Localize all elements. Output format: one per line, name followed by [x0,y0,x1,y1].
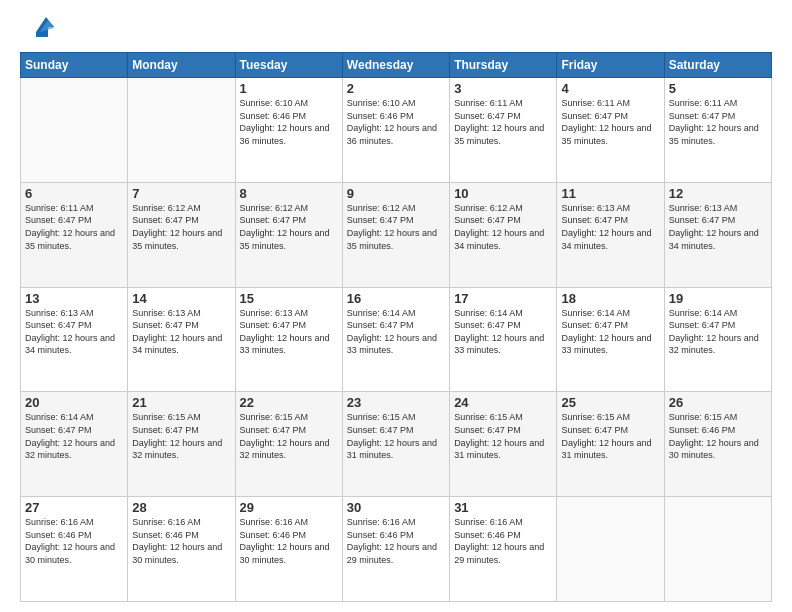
day-info: Sunrise: 6:10 AMSunset: 6:46 PMDaylight:… [347,97,445,147]
sunset-text: Sunset: 6:47 PM [454,110,552,123]
day-info: Sunrise: 6:11 AMSunset: 6:47 PMDaylight:… [454,97,552,147]
day-number: 23 [347,395,445,410]
calendar-cell: 10Sunrise: 6:12 AMSunset: 6:47 PMDayligh… [450,182,557,287]
day-info: Sunrise: 6:12 AMSunset: 6:47 PMDaylight:… [454,202,552,252]
sunset-text: Sunset: 6:47 PM [240,319,338,332]
sunset-text: Sunset: 6:46 PM [240,110,338,123]
sunset-text: Sunset: 6:47 PM [669,319,767,332]
calendar-day-header: Monday [128,53,235,78]
daylight-text: Daylight: 12 hours and 35 minutes. [132,227,230,252]
calendar-cell: 5Sunrise: 6:11 AMSunset: 6:47 PMDaylight… [664,78,771,183]
sunrise-text: Sunrise: 6:13 AM [25,307,123,320]
calendar-cell: 1Sunrise: 6:10 AMSunset: 6:46 PMDaylight… [235,78,342,183]
daylight-text: Daylight: 12 hours and 35 minutes. [669,122,767,147]
daylight-text: Daylight: 12 hours and 34 minutes. [454,227,552,252]
day-info: Sunrise: 6:14 AMSunset: 6:47 PMDaylight:… [347,307,445,357]
day-info: Sunrise: 6:11 AMSunset: 6:47 PMDaylight:… [561,97,659,147]
page: SundayMondayTuesdayWednesdayThursdayFrid… [0,0,792,612]
daylight-text: Daylight: 12 hours and 31 minutes. [347,437,445,462]
daylight-text: Daylight: 12 hours and 36 minutes. [347,122,445,147]
header [20,16,772,42]
day-number: 9 [347,186,445,201]
day-info: Sunrise: 6:14 AMSunset: 6:47 PMDaylight:… [669,307,767,357]
sunrise-text: Sunrise: 6:15 AM [669,411,767,424]
day-number: 21 [132,395,230,410]
day-number: 25 [561,395,659,410]
sunrise-text: Sunrise: 6:16 AM [25,516,123,529]
calendar-week-row: 20Sunrise: 6:14 AMSunset: 6:47 PMDayligh… [21,392,772,497]
sunrise-text: Sunrise: 6:15 AM [347,411,445,424]
day-info: Sunrise: 6:16 AMSunset: 6:46 PMDaylight:… [132,516,230,566]
sunset-text: Sunset: 6:47 PM [347,319,445,332]
day-number: 29 [240,500,338,515]
calendar-cell: 2Sunrise: 6:10 AMSunset: 6:46 PMDaylight… [342,78,449,183]
daylight-text: Daylight: 12 hours and 31 minutes. [454,437,552,462]
day-info: Sunrise: 6:15 AMSunset: 6:47 PMDaylight:… [240,411,338,461]
calendar-week-row: 27Sunrise: 6:16 AMSunset: 6:46 PMDayligh… [21,497,772,602]
day-info: Sunrise: 6:16 AMSunset: 6:46 PMDaylight:… [25,516,123,566]
daylight-text: Daylight: 12 hours and 35 minutes. [347,227,445,252]
calendar-cell [128,78,235,183]
calendar-cell: 28Sunrise: 6:16 AMSunset: 6:46 PMDayligh… [128,497,235,602]
day-info: Sunrise: 6:11 AMSunset: 6:47 PMDaylight:… [669,97,767,147]
calendar-cell: 29Sunrise: 6:16 AMSunset: 6:46 PMDayligh… [235,497,342,602]
sunset-text: Sunset: 6:47 PM [561,214,659,227]
daylight-text: Daylight: 12 hours and 29 minutes. [454,541,552,566]
daylight-text: Daylight: 12 hours and 35 minutes. [25,227,123,252]
sunset-text: Sunset: 6:46 PM [454,529,552,542]
calendar-day-header: Tuesday [235,53,342,78]
day-info: Sunrise: 6:12 AMSunset: 6:47 PMDaylight:… [132,202,230,252]
daylight-text: Daylight: 12 hours and 30 minutes. [669,437,767,462]
day-number: 12 [669,186,767,201]
sunrise-text: Sunrise: 6:13 AM [132,307,230,320]
day-number: 14 [132,291,230,306]
daylight-text: Daylight: 12 hours and 32 minutes. [240,437,338,462]
day-number: 11 [561,186,659,201]
calendar-cell: 9Sunrise: 6:12 AMSunset: 6:47 PMDaylight… [342,182,449,287]
calendar-cell: 7Sunrise: 6:12 AMSunset: 6:47 PMDaylight… [128,182,235,287]
day-number: 2 [347,81,445,96]
daylight-text: Daylight: 12 hours and 33 minutes. [347,332,445,357]
day-number: 27 [25,500,123,515]
sunrise-text: Sunrise: 6:11 AM [669,97,767,110]
day-info: Sunrise: 6:14 AMSunset: 6:47 PMDaylight:… [454,307,552,357]
daylight-text: Daylight: 12 hours and 31 minutes. [561,437,659,462]
sunrise-text: Sunrise: 6:10 AM [347,97,445,110]
sunrise-text: Sunrise: 6:14 AM [347,307,445,320]
sunrise-text: Sunrise: 6:14 AM [669,307,767,320]
calendar-header-row: SundayMondayTuesdayWednesdayThursdayFrid… [21,53,772,78]
day-number: 7 [132,186,230,201]
day-info: Sunrise: 6:16 AMSunset: 6:46 PMDaylight:… [347,516,445,566]
sunrise-text: Sunrise: 6:14 AM [454,307,552,320]
sunrise-text: Sunrise: 6:13 AM [561,202,659,215]
sunset-text: Sunset: 6:46 PM [25,529,123,542]
sunrise-text: Sunrise: 6:13 AM [240,307,338,320]
sunrise-text: Sunrise: 6:12 AM [347,202,445,215]
sunrise-text: Sunrise: 6:11 AM [561,97,659,110]
sunrise-text: Sunrise: 6:15 AM [240,411,338,424]
daylight-text: Daylight: 12 hours and 34 minutes. [132,332,230,357]
daylight-text: Daylight: 12 hours and 30 minutes. [132,541,230,566]
calendar-cell: 21Sunrise: 6:15 AMSunset: 6:47 PMDayligh… [128,392,235,497]
daylight-text: Daylight: 12 hours and 34 minutes. [669,227,767,252]
day-info: Sunrise: 6:16 AMSunset: 6:46 PMDaylight:… [240,516,338,566]
calendar-week-row: 1Sunrise: 6:10 AMSunset: 6:46 PMDaylight… [21,78,772,183]
sunset-text: Sunset: 6:47 PM [454,214,552,227]
calendar-cell [664,497,771,602]
day-info: Sunrise: 6:16 AMSunset: 6:46 PMDaylight:… [454,516,552,566]
day-info: Sunrise: 6:15 AMSunset: 6:47 PMDaylight:… [132,411,230,461]
calendar-cell: 18Sunrise: 6:14 AMSunset: 6:47 PMDayligh… [557,287,664,392]
calendar-day-header: Friday [557,53,664,78]
sunset-text: Sunset: 6:47 PM [561,110,659,123]
day-info: Sunrise: 6:15 AMSunset: 6:46 PMDaylight:… [669,411,767,461]
sunset-text: Sunset: 6:47 PM [454,319,552,332]
day-number: 26 [669,395,767,410]
day-info: Sunrise: 6:14 AMSunset: 6:47 PMDaylight:… [25,411,123,461]
sunrise-text: Sunrise: 6:16 AM [132,516,230,529]
sunset-text: Sunset: 6:47 PM [132,319,230,332]
daylight-text: Daylight: 12 hours and 34 minutes. [561,227,659,252]
day-number: 13 [25,291,123,306]
sunrise-text: Sunrise: 6:14 AM [25,411,123,424]
sunrise-text: Sunrise: 6:10 AM [240,97,338,110]
calendar-cell: 22Sunrise: 6:15 AMSunset: 6:47 PMDayligh… [235,392,342,497]
